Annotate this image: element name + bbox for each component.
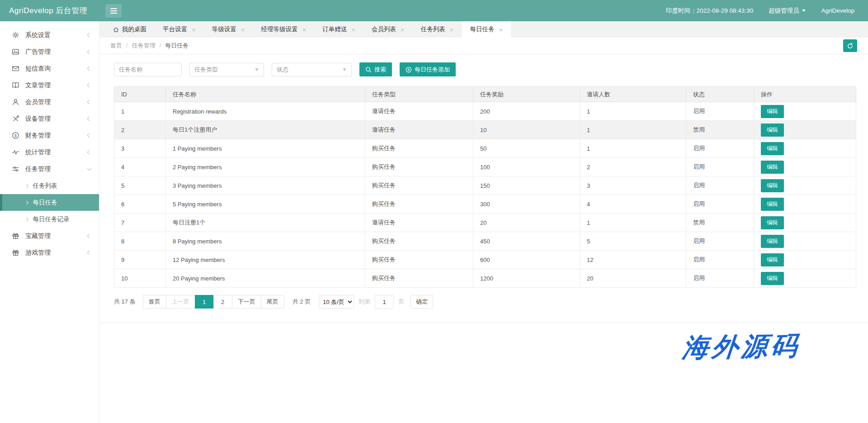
- close-icon[interactable]: ×: [241, 26, 245, 33]
- cell-task-type: 购买任务: [365, 232, 473, 251]
- cell-invites: 1: [580, 214, 686, 232]
- page-button-first[interactable]: 首页: [143, 295, 166, 309]
- cell-reward: 100: [473, 158, 580, 176]
- edit-button[interactable]: 编辑: [761, 105, 784, 118]
- table-row: 65 Paying members购买任务3004启用编辑: [114, 195, 856, 214]
- tab-platform-settings[interactable]: 平台设置×: [155, 21, 204, 38]
- tab-member-list[interactable]: 会员列表×: [363, 21, 413, 38]
- edit-button[interactable]: 编辑: [761, 161, 784, 174]
- admin-role-dropdown[interactable]: 超级管理员: [769, 7, 806, 15]
- chevron-right-icon: [25, 201, 28, 204]
- hamburger-menu-icon[interactable]: [105, 4, 122, 18]
- chevron-left-icon: [87, 234, 92, 238]
- sidebar-menu: 系统设置广告管理短信查询文章管理会员管理设备管理$财务管理统计管理任务管理任务列…: [0, 27, 99, 261]
- breadcrumb-home[interactable]: 首页: [110, 42, 122, 49]
- cell-status: 启用: [686, 139, 754, 158]
- cell-reward: 200: [473, 102, 580, 121]
- page-button-next[interactable]: 下一页: [232, 295, 261, 309]
- edit-button[interactable]: 编辑: [761, 272, 784, 285]
- table-row: 31 Paying members购买任务501启用编辑: [114, 139, 856, 158]
- close-icon[interactable]: ×: [192, 26, 196, 33]
- task-name-input[interactable]: [114, 63, 182, 76]
- page-button-prev[interactable]: 上一页: [166, 295, 195, 309]
- edit-button[interactable]: 编辑: [761, 142, 784, 155]
- edit-button[interactable]: 编辑: [761, 124, 784, 137]
- refresh-button[interactable]: [843, 39, 857, 52]
- image-icon: [12, 48, 19, 56]
- status-select[interactable]: 状态▼: [272, 63, 352, 76]
- sidebar-item-ad-management[interactable]: 广告管理: [0, 43, 99, 60]
- chevron-left-icon: [87, 251, 92, 255]
- close-icon[interactable]: ×: [351, 26, 355, 33]
- total-count: 共 17 条: [114, 298, 136, 306]
- table-header-row: ID任务名称任务类型任务奖励邀请人数状态操作: [114, 87, 856, 102]
- task-type-select[interactable]: 任务类型▼: [189, 63, 264, 76]
- gear-icon: [12, 31, 19, 39]
- close-icon[interactable]: ×: [499, 26, 503, 33]
- user-icon: [12, 98, 19, 106]
- admin-name[interactable]: AgriDevelop: [821, 7, 854, 14]
- page-button-page-1[interactable]: 1: [195, 295, 214, 309]
- table-row: 1Registration rewards邀请任务2001启用编辑: [114, 102, 856, 121]
- sidebar-item-stats-management[interactable]: 统计管理: [0, 144, 99, 161]
- edit-button[interactable]: 编辑: [761, 179, 784, 192]
- topbar: AgriDevelop 后台管理 印度时间：2022-08-29 08:43:3…: [0, 0, 868, 21]
- cell-invites: 12: [580, 251, 686, 269]
- cell-invites: 1: [580, 121, 686, 139]
- tab-task-list[interactable]: 任务列表×: [413, 21, 462, 38]
- sidebar-item-task-list[interactable]: 任务列表: [0, 177, 99, 194]
- sidebar-item-article-management[interactable]: 文章管理: [0, 77, 99, 94]
- sidebar-item-sms-query[interactable]: 短信查询: [0, 60, 99, 77]
- close-icon[interactable]: ×: [302, 26, 307, 33]
- page-button-page-2[interactable]: 2: [213, 295, 232, 309]
- goto-confirm-button[interactable]: 确定: [410, 295, 433, 309]
- sidebar-item-treasure-management[interactable]: 宝藏管理: [0, 228, 99, 244]
- stats-icon: [12, 148, 19, 156]
- chevron-left-icon: [87, 67, 92, 71]
- tab-order-gift[interactable]: 订单赠送×: [314, 21, 363, 38]
- close-icon[interactable]: ×: [401, 26, 405, 33]
- search-button[interactable]: 搜索: [359, 62, 392, 76]
- cell-task-name: 5 Paying members: [166, 195, 365, 214]
- tab-my-desktop[interactable]: 我的桌面: [105, 21, 155, 38]
- sidebar-item-finance-management[interactable]: $财务管理: [0, 127, 99, 144]
- tab-level-settings[interactable]: 等级设置×: [204, 21, 253, 38]
- sidebar-item-task-management[interactable]: 任务管理: [0, 161, 99, 177]
- per-page-select[interactable]: 10 条/页: [319, 295, 354, 309]
- goto-page-input[interactable]: [375, 295, 394, 309]
- cell-task-type: 购买任务: [365, 269, 473, 288]
- edit-button[interactable]: 编辑: [761, 253, 784, 266]
- cell-id: 9: [114, 251, 166, 269]
- tab-manager-level-settings[interactable]: 经理等级设置×: [253, 21, 315, 38]
- sidebar-item-daily-task[interactable]: 每日任务: [0, 194, 99, 211]
- sidebar-item-daily-task-record[interactable]: 每日任务记录: [0, 211, 99, 228]
- table-row: 42 Paying members购买任务1002启用编辑: [114, 158, 856, 176]
- gift-icon: [12, 249, 19, 257]
- breadcrumb-task-management[interactable]: 任务管理: [132, 42, 156, 49]
- sidebar-item-game-management[interactable]: 游戏管理: [0, 244, 99, 261]
- mail-icon: [12, 65, 19, 72]
- goto-suffix: 页: [398, 298, 404, 306]
- tab-daily-task[interactable]: 每日任务×: [462, 21, 511, 38]
- cell-task-name: Registration rewards: [166, 102, 365, 121]
- table-row: 912 Paying members购买任务60012启用编辑: [114, 251, 856, 269]
- cell-task-type: 邀请任务: [365, 121, 473, 139]
- sidebar-item-member-management[interactable]: 会员管理: [0, 94, 99, 110]
- cell-task-type: 购买任务: [365, 139, 473, 158]
- cell-id: 6: [114, 195, 166, 214]
- filter-row: 任务类型▼ 状态▼ 搜索 每日任务添加: [114, 62, 856, 76]
- edit-button[interactable]: 编辑: [761, 198, 784, 211]
- main-area: 我的桌面平台设置×等级设置×经理等级设置×订单赠送×会员列表×任务列表×每日任务…: [99, 21, 868, 423]
- page-button-last[interactable]: 尾页: [261, 295, 284, 309]
- cell-status: 启用: [686, 269, 754, 288]
- edit-button[interactable]: 编辑: [761, 235, 784, 248]
- sidebar-item-device-management[interactable]: 设备管理: [0, 110, 99, 127]
- edit-button[interactable]: 编辑: [761, 216, 784, 229]
- add-daily-task-button[interactable]: 每日任务添加: [400, 62, 456, 76]
- close-icon[interactable]: ×: [450, 26, 454, 33]
- cell-actions: 编辑: [754, 121, 856, 139]
- table-row: 7每日注册1个邀请任务201禁用编辑: [114, 214, 856, 232]
- goto-prefix: 到第: [359, 298, 370, 306]
- sidebar-item-system-settings[interactable]: 系统设置: [0, 27, 99, 43]
- table-row: 1020 Paying members购买任务120020启用编辑: [114, 269, 856, 288]
